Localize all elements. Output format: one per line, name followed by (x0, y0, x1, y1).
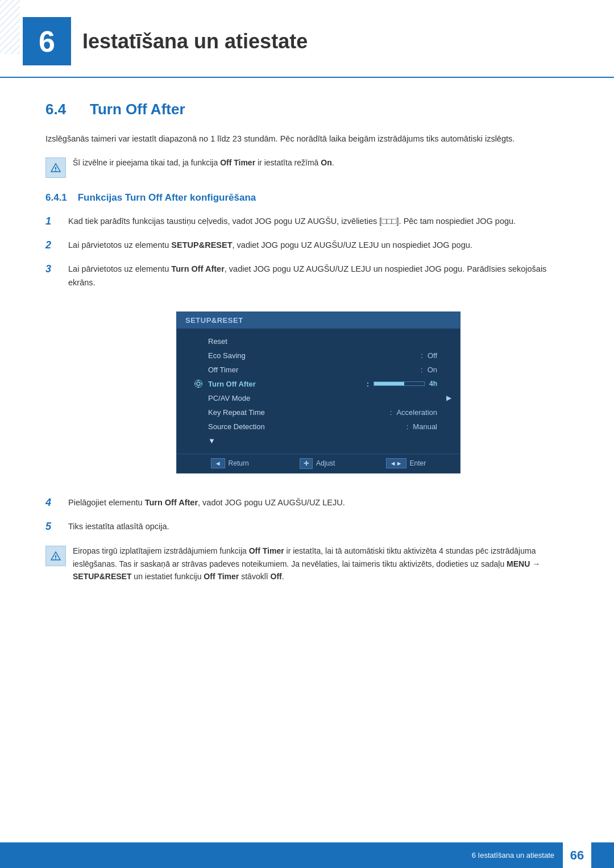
svg-point-3 (55, 170, 56, 171)
colon-keyrepeat: : (390, 408, 392, 417)
footer-adjust: ✛ Adjust (300, 458, 335, 469)
chapter-title: Iestatīšana un atiestate (82, 30, 308, 53)
colon-offtimer: : (421, 366, 423, 374)
step-number-1: 1 (45, 215, 68, 227)
menu-label-offtimer: Off Timer (208, 366, 416, 374)
footer-return: ◄ Return (211, 458, 249, 469)
menu-row-sourcedetect: Source Detection : Manual (177, 420, 460, 434)
step-number-4: 4 (45, 496, 68, 509)
step-text-2: Lai pārvietotos uz elementu SETUP&RESET,… (68, 239, 569, 252)
step-text-3: Lai pārvietotos uz elementu Turn Off Aft… (68, 263, 569, 290)
section-title: Turn Off After (90, 101, 185, 118)
steps-list-cont: 4 Pielāgojiet elementu Turn Off After, v… (45, 496, 569, 534)
arrow-right-icon: ▶ (446, 394, 451, 402)
footer-return-label: Return (229, 459, 249, 467)
step-item-1: 1 Kad tiek parādīts funkcijas taustiņu c… (45, 215, 569, 229)
note-text-2: Eiropas tirgū izplatītajiem izstrādājumi… (73, 545, 569, 583)
steps-list: 1 Kad tiek parādīts funkcijas taustiņu c… (45, 215, 569, 290)
svg-rect-1 (0, 0, 20, 54)
chapter-number: 6 (39, 24, 55, 59)
menu-value-eco: Off (428, 351, 437, 360)
menu-body: Reset Eco Saving : Off Off Timer : On (177, 329, 460, 454)
menu-row-keyrepeat: Key Repeat Time : Acceleration (177, 405, 460, 420)
svg-point-5 (195, 380, 202, 388)
chapter-number-block: 6 (23, 17, 71, 65)
menu-label-keyrepeat: Key Repeat Time (208, 408, 385, 417)
step-text-5: Tiks iestatīta atlasītā opcija. (68, 520, 569, 534)
menu-label-eco: Eco Saving (208, 351, 416, 360)
step-text-1: Kad tiek parādīts funkcijas taustiņu ceļ… (68, 215, 569, 229)
colon-eco: : (421, 351, 423, 360)
menu-value-sourcedetect: Manual (413, 422, 437, 431)
step-number-2: 2 (45, 239, 68, 251)
note-icon-2 (45, 546, 66, 566)
step-number-3: 3 (45, 263, 68, 275)
note-text-1: Šī izvēlne ir pieejama tikai tad, ja fun… (73, 156, 334, 169)
menu-label-sourcedetect: Source Detection (208, 422, 402, 431)
section-heading: 6.4 Turn Off After (45, 101, 569, 118)
footer-enter: ◄► Enter (386, 458, 426, 469)
menu-label-turnoffafter: Turn Off After (208, 380, 362, 388)
step-item-4: 4 Pielāgojiet elementu Turn Off After, v… (45, 496, 569, 510)
note-box-2: Eiropas tirgū izplatītajiem izstrādājumi… (45, 545, 569, 583)
note-icon-1 (45, 157, 66, 178)
subsection-number: 6.4.1 (45, 192, 67, 203)
menu-label-pcav: PC/AV Mode (208, 394, 437, 402)
menu-row-dots: ▼ (177, 434, 460, 448)
note-box-1: Šī izvēlne ir pieejama tikai tad, ja fun… (45, 156, 569, 178)
menu-screenshot-container: SETUP&RESET Reset Eco Saving : Off Off T… (68, 300, 569, 485)
body-paragraph: Izslēgšanās taimeri var iestatīt diapazo… (45, 132, 569, 146)
step-item-5: 5 Tiks iestatīta atlasītā opcija. (45, 520, 569, 534)
menu-row-reset: Reset (177, 334, 460, 348)
menu-row-eco: Eco Saving : Off (177, 348, 460, 363)
footer-chapter-text: 6 Iestatīšana un atiestate (472, 851, 554, 859)
colon-turnoffafter: : (367, 380, 369, 388)
menu-screenshot: SETUP&RESET Reset Eco Saving : Off Off T… (176, 312, 460, 474)
step-text-4: Pielāgojiet elementu Turn Off After, vad… (68, 496, 569, 510)
adjust-btn-icon: ✛ (300, 458, 313, 469)
menu-row-turnoffafter: Turn Off After : 4h (177, 377, 460, 391)
menu-row-offtimer: Off Timer : On (177, 363, 460, 377)
corner-decoration (0, 0, 20, 54)
svg-point-4 (197, 382, 200, 385)
subsection-heading: 6.4.1 Funkcijas Turn Off After konfigurē… (45, 192, 569, 203)
progress-bar-fill (374, 382, 404, 385)
colon-sourcedetect: : (406, 422, 409, 431)
subsection-title: Funkcijas Turn Off After konfigurēšana (78, 192, 256, 203)
footer-enter-label: Enter (410, 459, 426, 467)
return-btn-icon: ◄ (211, 458, 225, 468)
content-area: 6.4 Turn Off After Izslēgšanās taimeri v… (0, 101, 614, 583)
menu-value-keyrepeat: Acceleration (396, 408, 437, 417)
svg-point-11 (55, 558, 56, 559)
footer-page-number: 66 (563, 842, 591, 868)
progress-bar (374, 381, 425, 386)
section-number: 6.4 (45, 101, 80, 118)
step-number-5: 5 (45, 520, 68, 533)
step-item-2: 2 Lai pārvietotos uz elementu SETUP&RESE… (45, 239, 569, 252)
menu-row-pcav: PC/AV Mode ▶ (177, 391, 460, 405)
menu-footer: ◄ Return ✛ Adjust ◄► Enter (177, 454, 460, 473)
menu-label-reset: Reset (208, 337, 437, 346)
enter-btn-icon: ◄► (386, 458, 406, 468)
page-footer: 6 Iestatīšana un atiestate 66 (0, 842, 614, 868)
footer-adjust-label: Adjust (316, 459, 335, 467)
progress-label: 4h (429, 380, 437, 388)
menu-label-dots: ▼ (208, 437, 437, 445)
menu-value-offtimer: On (428, 366, 437, 374)
step-item-3: 3 Lai pārvietotos uz elementu Turn Off A… (45, 263, 569, 290)
gear-icon (194, 379, 203, 388)
menu-title-bar: SETUP&RESET (177, 312, 460, 329)
chapter-header: 6 Iestatīšana un atiestate (0, 0, 614, 78)
progress-bar-container: 4h (374, 380, 437, 388)
